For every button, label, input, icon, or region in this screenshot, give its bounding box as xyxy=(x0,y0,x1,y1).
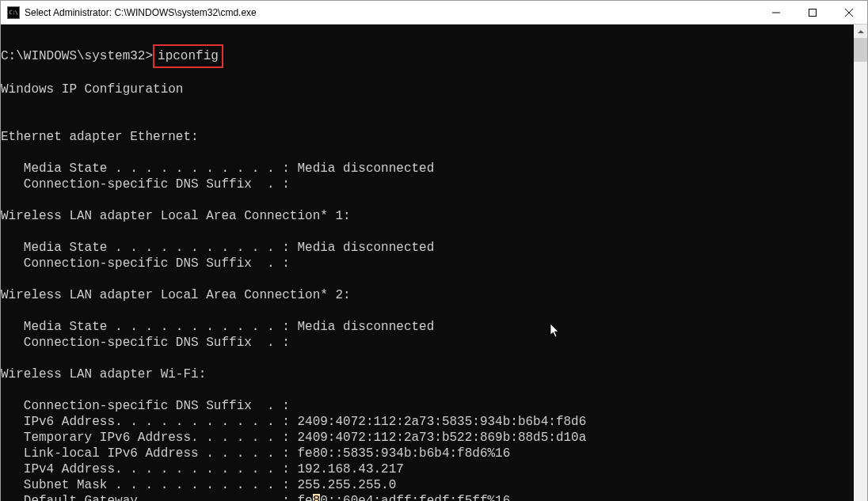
close-button[interactable] xyxy=(831,1,867,25)
adapter-3-line-2: Temporary IPv6 Address. . . . . . : 2409… xyxy=(1,431,586,445)
terminal-area: C:\WINDOWS\system32>ipconfig Windows IP … xyxy=(1,25,867,501)
adapter-0-line-0: Media State . . . . . . . . . . . : Medi… xyxy=(1,161,434,176)
adapter-3-line-0: Connection-specific DNS Suffix . : xyxy=(1,399,290,413)
mouse-cursor-icon xyxy=(548,324,562,338)
selection-cursor: 8 xyxy=(313,494,321,501)
adapter-3-name: Wireless LAN adapter Wi-Fi: xyxy=(1,367,206,381)
adapter-2-line-0: Media State . . . . . . . . . . . : Medi… xyxy=(1,320,434,334)
prompt: C:\WINDOWS\system32> xyxy=(1,49,153,63)
adapter-1-line-1: Connection-specific DNS Suffix . : xyxy=(1,256,290,271)
svg-rect-1 xyxy=(809,9,817,16)
command-text: ipconfig xyxy=(158,49,219,63)
vertical-scrollbar[interactable] xyxy=(854,25,867,501)
cmd-window: C:\ Select Administrator: C:\WINDOWS\sys… xyxy=(0,0,868,501)
adapter-1-name: Wireless LAN adapter Local Area Connecti… xyxy=(1,209,351,223)
adapter-3-line-5: Subnet Mask . . . . . . . . . . . : 255.… xyxy=(1,478,396,492)
window-title: Select Administrator: C:\WINDOWS\system3… xyxy=(25,7,758,18)
adapter-0-name: Ethernet adapter Ethernet: xyxy=(1,130,199,144)
terminal-output[interactable]: C:\WINDOWS\system32>ipconfig Windows IP … xyxy=(1,25,854,501)
adapter-3-line-3: Link-local IPv6 Address . . . . . : fe80… xyxy=(1,446,510,461)
minimize-button[interactable] xyxy=(758,1,794,25)
adapter-2-line-1: Connection-specific DNS Suffix . : xyxy=(1,336,290,350)
titlebar[interactable]: C:\ Select Administrator: C:\WINDOWS\sys… xyxy=(1,1,867,25)
cmd-icon: C:\ xyxy=(7,6,20,19)
adapter-2-name: Wireless LAN adapter Local Area Connecti… xyxy=(1,288,351,302)
command-highlight: ipconfig xyxy=(153,44,223,68)
adapter-1-line-0: Media State . . . . . . . . . . . : Medi… xyxy=(1,241,434,255)
config-header: Windows IP Configuration xyxy=(1,82,183,97)
adapter-0-line-1: Connection-specific DNS Suffix . : xyxy=(1,177,290,192)
adapter-3-line-4: IPv4 Address. . . . . . . . . . . : 192.… xyxy=(1,462,404,476)
adapter-3-gateway: Default Gateway . . . . . . . . . : fe80… xyxy=(1,494,510,501)
scroll-up-arrow[interactable] xyxy=(854,25,867,38)
window-controls xyxy=(758,1,867,25)
scroll-thumb[interactable] xyxy=(854,38,867,62)
adapter-3-line-1: IPv6 Address. . . . . . . . . . . : 2409… xyxy=(1,415,586,429)
svg-marker-4 xyxy=(858,30,864,33)
maximize-button[interactable] xyxy=(794,1,831,25)
